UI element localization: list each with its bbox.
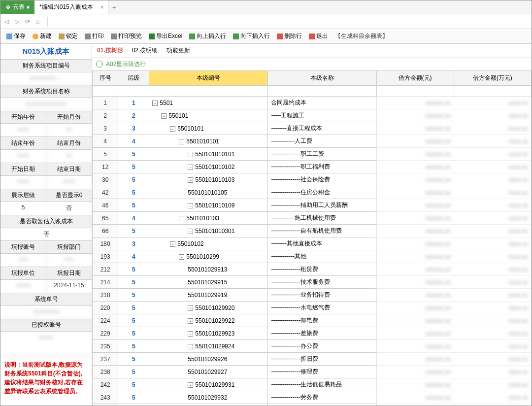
cell-code[interactable]: -550101010301 — [149, 225, 268, 237]
cell-code[interactable]: -550101 — [149, 109, 268, 122]
col-debit[interactable]: 借方金额(元) — [376, 71, 454, 86]
preview-button[interactable]: 打印预览 — [108, 31, 145, 42]
tree-toggle-icon[interactable]: - — [179, 216, 184, 221]
back-icon[interactable]: ◁ — [4, 18, 9, 25]
insert-down-button[interactable]: 向下插入行 — [230, 31, 273, 42]
table-row[interactable]: 1803-55010102--------其他直接成本xxxxxx.xxxxxx… — [93, 237, 532, 250]
cell-code[interactable]: -550101029923 — [149, 327, 268, 340]
cell-code[interactable]: -550101010109 — [149, 199, 268, 212]
cell-code[interactable]: 550101029926 — [149, 353, 268, 366]
tree-toggle-icon[interactable]: - — [188, 382, 193, 388]
tree-toggle-icon[interactable]: - — [188, 177, 193, 183]
table-row[interactable]: 305-550101010103---------------社会保险费xxxx… — [93, 173, 532, 186]
tree-toggle-icon[interactable]: - — [179, 139, 184, 144]
exit-button[interactable]: 退出 — [306, 31, 331, 42]
tab-update[interactable]: 功能更新 — [166, 46, 190, 55]
cell-code[interactable]: -550101029920 — [149, 302, 268, 314]
insert-up-button[interactable]: 向上插入行 — [186, 31, 229, 42]
generate-balance-button[interactable]: 【生成科目余额表】 — [332, 31, 391, 42]
cell-code[interactable]: 550101029932 — [149, 391, 268, 404]
print-button[interactable]: 打印 — [82, 31, 107, 42]
tree-toggle-icon[interactable]: - — [188, 344, 193, 349]
table-row[interactable]: 44-5501010101------------人工费xxxxxx.xxxxx… — [93, 135, 532, 148]
table-row[interactable]: 2205-550101029920---------------水电燃气费xxx… — [93, 302, 532, 314]
col-seq[interactable]: 序号 — [93, 71, 118, 86]
tree-toggle-icon[interactable]: - — [188, 305, 193, 311]
col-debit-wan[interactable]: 借方金额(万元) — [454, 71, 531, 86]
data-grid[interactable]: 序号 层级 本级编号 本级名称 借方金额(元) 借方金额(万元) 11-5501… — [92, 70, 532, 406]
table-row[interactable]: 2125550101029913---------------租赁费xxxxxx… — [93, 263, 532, 276]
value-end-year[interactable]: xxxx — [0, 150, 46, 163]
cell-code[interactable]: -550101029924 — [149, 340, 268, 353]
tree-toggle-icon[interactable]: - — [170, 126, 175, 132]
value-start-month[interactable]: xx — [46, 124, 92, 136]
table-row[interactable]: 33-55010101--------直接工程成本xxxxxx.xxxxxx.x… — [93, 122, 532, 135]
tree-toggle-icon[interactable]: - — [188, 229, 193, 234]
value-suspend[interactable]: 否 — [0, 228, 92, 241]
table-row[interactable]: 2145550101029915---------------技术服务费xxxx… — [93, 276, 532, 289]
tab-detail[interactable]: 02.按明细 — [132, 46, 158, 55]
tab-tree[interactable]: 01.按树形 — [97, 46, 123, 55]
table-row[interactable]: 2375550101029926---------------折旧费xxxxxx… — [93, 353, 532, 366]
cell-code[interactable]: -550101010102 — [149, 161, 268, 173]
tree-toggle-icon[interactable]: - — [170, 241, 175, 247]
filter-label[interactable]: A02显示筛选行 — [106, 60, 146, 68]
tree-toggle-icon[interactable]: - — [161, 113, 166, 119]
home-icon[interactable]: ⌂ — [36, 18, 39, 25]
value-sys-no[interactable]: xxxxxxxxx — [0, 306, 92, 319]
value-unit[interactable]: xxxxx — [0, 280, 46, 293]
tree-toggle-icon[interactable]: - — [188, 331, 193, 337]
cell-code[interactable]: -550101010103 — [149, 173, 268, 186]
cell-code[interactable]: -55010102 — [149, 237, 268, 250]
value-show-zero[interactable]: 否 — [46, 202, 92, 215]
value-start-date[interactable]: xxxx — [0, 176, 46, 189]
cell-code[interactable]: -55010101 — [149, 122, 268, 135]
tree-toggle-icon[interactable]: - — [188, 318, 193, 324]
value-acct-no[interactable]: xxx — [0, 254, 46, 267]
forward-icon[interactable]: ▷ — [15, 18, 19, 25]
cell-code[interactable]: 550101029919 — [149, 289, 268, 302]
table-row[interactable]: 2425-550101029931---------------生活低值易耗品x… — [93, 378, 532, 391]
cell-code[interactable]: 550101029927 — [149, 366, 268, 378]
cell-code[interactable]: -5501010103 — [149, 212, 268, 225]
cell-code[interactable]: -5501 — [149, 97, 268, 109]
table-row[interactable]: 125-550101010102---------------职工福利费xxxx… — [93, 161, 532, 173]
value-disp-level[interactable]: 5 — [0, 202, 46, 215]
cell-code[interactable]: 550101010105 — [149, 186, 268, 199]
cell-code[interactable]: -550101029931 — [149, 378, 268, 391]
value-dept[interactable]: xxx — [46, 254, 92, 267]
table-row[interactable]: 22-550101-----工程施工xxxxxx.xxxxxx.xx — [93, 109, 532, 122]
value-end-month[interactable]: xx — [46, 150, 92, 163]
tree-toggle-icon[interactable]: - — [179, 254, 184, 260]
document-tab[interactable]: *编辑:N015入账成本 × — [34, 0, 108, 14]
col-code[interactable]: 本级编号 — [149, 71, 268, 86]
cell-code[interactable]: 550101029915 — [149, 276, 268, 289]
new-button[interactable]: 新建 — [30, 31, 55, 42]
table-row[interactable]: 465-550101010109---------------辅助用工人员薪酬x… — [93, 199, 532, 212]
table-row[interactable]: 2295-550101029923---------------差旅费xxxxx… — [93, 327, 532, 340]
table-row[interactable]: 11-5501合同履约成本xxxxxx.xxxxxx.xx — [93, 97, 532, 109]
col-name[interactable]: 本级名称 — [268, 71, 376, 86]
table-row[interactable]: 1934-5501010299------------其他xxxxxx.xxxx… — [93, 250, 532, 263]
cell-code[interactable]: -5501010101 — [149, 135, 268, 148]
cell-code[interactable]: -550101029922 — [149, 314, 268, 327]
save-button[interactable]: 保存 — [3, 31, 29, 42]
table-row[interactable]: 2385550101029927---------------修理费xxxxxx… — [93, 366, 532, 378]
tree-toggle-icon[interactable]: - — [152, 101, 158, 106]
value-fill-date[interactable]: 2024-11-15 — [46, 280, 92, 293]
export-button[interactable]: 导出Excel — [146, 31, 185, 42]
value-end-date[interactable]: xxxx — [46, 176, 92, 189]
brand-dropdown-icon[interactable]: ▾ — [27, 4, 30, 11]
cell-code[interactable]: 550101029913 — [149, 263, 268, 276]
table-row[interactable]: 2185550101029919---------------业务招待费xxxx… — [93, 289, 532, 302]
tree-toggle-icon[interactable]: - — [188, 165, 193, 170]
cell-code[interactable]: -5501010299 — [149, 250, 268, 263]
close-icon[interactable]: × — [100, 4, 104, 11]
value-proj-name[interactable]: xxxxxxxxxxxxxx — [0, 98, 92, 111]
filter-icon[interactable] — [96, 61, 103, 68]
table-row[interactable]: 2245-550101029922---------------邮电费xxxxx… — [93, 314, 532, 327]
address-bar[interactable] — [47, 17, 528, 27]
tree-toggle-icon[interactable]: - — [188, 203, 193, 208]
col-level[interactable]: 层级 — [118, 71, 149, 86]
table-row[interactable]: 2455550101029934---------------停泊费xxxxxx… — [93, 404, 532, 406]
